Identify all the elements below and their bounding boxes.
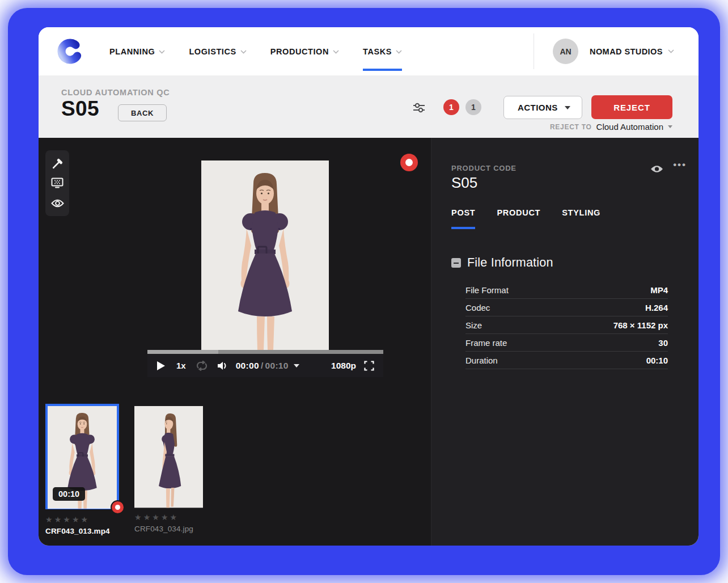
chevron-down-icon xyxy=(396,50,402,54)
app-window: PLANNING LOGISTICS PRODUCTION TASKS AN xyxy=(39,27,699,546)
nav-item-label: PRODUCTION xyxy=(270,47,329,56)
collapse-icon[interactable] xyxy=(451,258,461,268)
row-label: Frame rate xyxy=(465,338,507,348)
section-title: File Information xyxy=(467,256,553,270)
chevron-down-icon xyxy=(668,49,674,53)
nav-item-production[interactable]: PRODUCTION xyxy=(270,27,339,75)
chevron-down-icon xyxy=(240,50,247,54)
model-front-image xyxy=(201,160,329,350)
table-row: Codec H.264 xyxy=(465,299,668,316)
control-row: 1x xyxy=(147,354,383,377)
tab-post[interactable]: POST xyxy=(451,208,475,229)
play-button[interactable] xyxy=(156,361,166,371)
duration: 00:10 xyxy=(265,361,289,371)
eyedropper-icon[interactable] xyxy=(50,157,64,170)
row-value: MP4 xyxy=(650,285,668,295)
time-menu-caret-icon[interactable] xyxy=(294,364,299,367)
top-nav: PLANNING LOGISTICS PRODUCTION TASKS AN xyxy=(39,27,699,75)
page-header: CLOUD AUTOMATION QC S05 BACK 1 1 ACTIONS… xyxy=(39,75,699,138)
file-name: CRF043_013.mp4 xyxy=(45,527,119,535)
nav-divider xyxy=(534,33,534,69)
row-label: Codec xyxy=(465,303,490,312)
breadcrumb: CLOUD AUTOMATION QC xyxy=(61,88,170,97)
nav-item-tasks[interactable]: TASKS xyxy=(363,27,402,75)
playback-speed-button[interactable]: 1x xyxy=(176,361,186,370)
player-controls: 1x xyxy=(147,350,383,377)
chevron-down-icon xyxy=(333,50,339,54)
table-row: File Format MP4 xyxy=(465,281,668,299)
quality-button[interactable]: 1080p xyxy=(331,361,356,371)
nav-menu: PLANNING LOGISTICS PRODUCTION TASKS xyxy=(109,27,402,75)
model-side-thumb xyxy=(134,406,203,508)
actions-label: ACTIONS xyxy=(518,103,558,112)
file-name: CRF043_034.jpg xyxy=(134,525,203,533)
reject-to-dropdown[interactable]: REJECT TO Cloud Automation xyxy=(550,122,672,132)
row-value: H.264 xyxy=(645,303,668,312)
thumbnail-photo: ★★★★★ CRF043_034.jpg xyxy=(134,406,203,533)
row-value: 30 xyxy=(658,338,668,348)
chevron-down-icon xyxy=(159,50,165,54)
caret-down-icon xyxy=(565,106,570,109)
time-separator: / xyxy=(261,361,264,371)
reject-to-label: REJECT TO xyxy=(550,123,592,131)
app-logo[interactable] xyxy=(57,38,83,65)
eye-icon[interactable] xyxy=(50,196,64,210)
fullscreen-icon[interactable] xyxy=(364,361,374,371)
page-title: S05 xyxy=(61,97,99,121)
volume-icon[interactable] xyxy=(217,361,228,371)
media-viewer: 1x xyxy=(39,138,431,546)
screenshot-stage: PLANNING LOGISTICS PRODUCTION TASKS AN xyxy=(0,0,728,583)
table-row: Size 768 × 1152 px xyxy=(465,316,668,334)
nav-item-label: TASKS xyxy=(363,47,392,56)
table-row: Duration 00:10 xyxy=(465,352,668,369)
main-content: 1x xyxy=(39,138,699,546)
details-panel: PRODUCT CODE S05 ••• POST PRODUCT STYLIN… xyxy=(431,138,699,546)
row-label: File Format xyxy=(465,285,509,295)
nav-item-logistics[interactable]: LOGISTICS xyxy=(189,27,246,75)
record-indicator-icon xyxy=(111,500,125,514)
org-menu[interactable]: NOMAD STUDIOS xyxy=(590,27,674,75)
reject-button[interactable]: REJECT xyxy=(591,95,672,119)
product-code-value: S05 xyxy=(451,174,477,192)
thumbnail-video: 00:10 ★★★★★ CRF043_013.mp4 xyxy=(45,404,119,535)
error-count-badge[interactable]: 1 xyxy=(443,99,459,115)
file-info-table: File Format MP4 Codec H.264 Size 768 × 1… xyxy=(465,281,668,369)
seek-bar[interactable] xyxy=(147,350,383,354)
star-rating[interactable]: ★★★★★ xyxy=(45,516,119,523)
video-canvas[interactable] xyxy=(201,160,329,350)
screen-check-icon[interactable] xyxy=(50,176,64,190)
org-name: NOMAD STUDIOS xyxy=(590,47,663,56)
duration-badge: 00:10 xyxy=(53,487,85,501)
nav-item-label: LOGISTICS xyxy=(189,47,236,56)
seek-buffer xyxy=(147,350,218,354)
row-label: Size xyxy=(465,320,482,330)
thumbnail-selected[interactable]: 00:10 xyxy=(45,404,119,509)
nav-item-label: PLANNING xyxy=(109,47,155,56)
thumbnail[interactable] xyxy=(134,406,203,507)
product-code-label: PRODUCT CODE xyxy=(451,164,517,172)
panel-tabs: POST PRODUCT STYLING xyxy=(451,208,600,229)
viewer-toolbar xyxy=(45,150,69,216)
file-info-section-header: File Information xyxy=(451,256,553,270)
time-display: 00:00 / 00:10 xyxy=(236,361,289,371)
neutral-count-badge[interactable]: 1 xyxy=(465,99,481,115)
current-time: 00:00 xyxy=(236,361,259,371)
visibility-eye-icon[interactable] xyxy=(650,164,663,176)
nav-item-planning[interactable]: PLANNING xyxy=(109,27,165,75)
star-rating[interactable]: ★★★★★ xyxy=(134,513,203,521)
avatar[interactable]: AN xyxy=(553,39,578,64)
actions-button[interactable]: ACTIONS xyxy=(503,96,582,119)
back-button[interactable]: BACK xyxy=(118,104,167,121)
tab-styling[interactable]: STYLING xyxy=(562,208,600,229)
loop-icon[interactable] xyxy=(196,361,208,371)
row-value: 00:10 xyxy=(646,356,668,365)
seek-track xyxy=(218,350,383,354)
filter-sliders-icon[interactable] xyxy=(412,101,426,115)
row-label: Duration xyxy=(465,356,498,365)
table-row: Frame rate 30 xyxy=(465,334,668,352)
row-value: 768 × 1152 px xyxy=(613,320,668,330)
more-options-icon[interactable]: ••• xyxy=(673,159,687,171)
tab-product[interactable]: PRODUCT xyxy=(497,208,540,229)
record-indicator-icon xyxy=(400,154,418,171)
reject-to-value: Cloud Automation xyxy=(596,122,663,132)
